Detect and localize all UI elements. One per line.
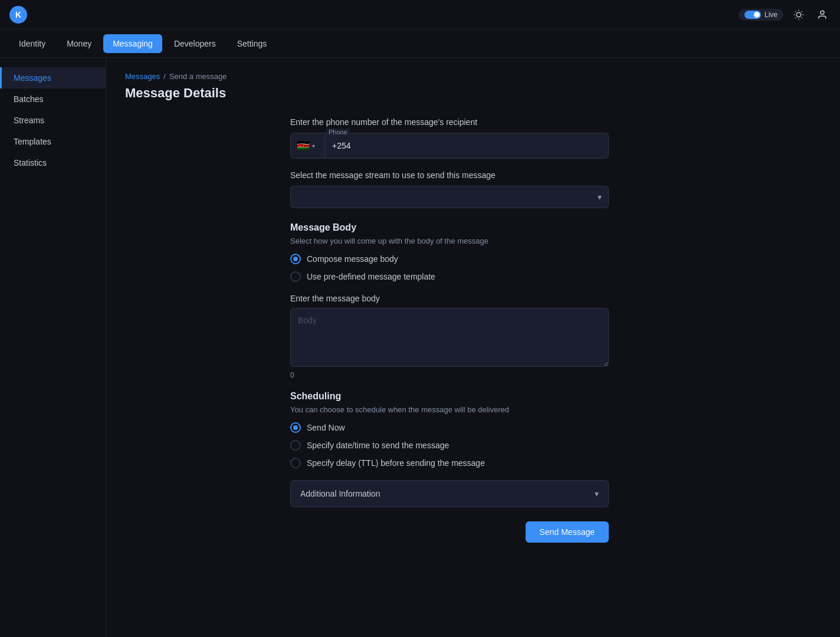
accordion-chevron-icon: ▾ [595, 489, 599, 498]
button-row: Send Message [290, 521, 609, 543]
nav-item-messaging[interactable]: Messaging [103, 34, 162, 53]
svg-point-9 [821, 11, 824, 14]
sidebar: Messages Batches Streams Templates Stati… [0, 58, 106, 637]
nav-item-identity[interactable]: Identity [9, 34, 55, 53]
main-content: Messages / Send a message Message Detail… [106, 58, 840, 637]
template-radio-circle [290, 271, 301, 282]
message-body-radio-group: Compose message body Use pre-defined mes… [290, 254, 609, 282]
breadcrumb: Messages / Send a message [125, 72, 821, 81]
phone-legend: Phone [326, 129, 350, 136]
form-section: Enter the phone number of the message's … [290, 117, 609, 543]
topbar-right: Live [739, 6, 831, 23]
breadcrumb-current: Send a message [169, 72, 227, 81]
send-message-button[interactable]: Send Message [526, 521, 609, 543]
top-nav: Identity Money Messaging Developers Sett… [0, 29, 840, 58]
schedule-datetime-radio-label: Specify date/time to send the message [307, 441, 449, 450]
breadcrumb-separator: / [163, 72, 166, 81]
svg-line-8 [802, 11, 802, 12]
nav-item-developers[interactable]: Developers [165, 34, 225, 53]
sidebar-item-messages[interactable]: Messages [0, 67, 106, 88]
schedule-ttl-radio-item[interactable]: Specify delay (TTL) before sending the m… [290, 458, 609, 468]
send-now-radio-label: Send Now [307, 423, 345, 432]
compose-radio-label: Compose message body [307, 254, 398, 264]
message-body-field-label: Enter the message body [290, 294, 609, 303]
template-radio-item[interactable]: Use pre-defined message template [290, 271, 609, 282]
scheduling-title: Scheduling [290, 391, 609, 402]
phone-input-wrapper: Phone 🇰🇪 ▾ [290, 133, 609, 159]
sidebar-item-streams[interactable]: Streams [0, 110, 106, 131]
send-now-radio-item[interactable]: Send Now [290, 422, 609, 433]
layout: Messages Batches Streams Templates Stati… [0, 58, 840, 637]
flag-chevron-icon: ▾ [312, 143, 315, 149]
phone-field-label: Enter the phone number of the message's … [290, 117, 609, 127]
sidebar-item-templates[interactable]: Templates [0, 131, 106, 152]
phone-input[interactable] [325, 133, 608, 158]
live-toggle[interactable]: Live [739, 9, 783, 21]
svg-line-7 [795, 17, 796, 18]
svg-point-0 [796, 12, 801, 17]
schedule-datetime-radio-item[interactable]: Specify date/time to send the message [290, 440, 609, 451]
additional-info-accordion-header[interactable]: Additional Information ▾ [291, 481, 608, 507]
stream-field-label: Select the message stream to use to send… [290, 170, 609, 180]
scheduling-radio-group: Send Now Specify date/time to send the m… [290, 422, 609, 468]
message-body-title: Message Body [290, 222, 609, 233]
message-body-textarea[interactable] [290, 308, 609, 367]
additional-info-accordion: Additional Information ▾ [290, 480, 609, 507]
char-count: 0 [290, 371, 609, 379]
flag-selector[interactable]: 🇰🇪 ▾ [291, 133, 325, 158]
user-avatar-icon[interactable] [814, 6, 831, 23]
sidebar-item-statistics[interactable]: Statistics [0, 152, 106, 173]
message-body-subtitle: Select how you will come up with the bod… [290, 237, 609, 245]
template-radio-label: Use pre-defined message template [307, 272, 435, 281]
schedule-datetime-radio-circle [290, 440, 301, 451]
topbar-left: K [9, 6, 27, 24]
page-title: Message Details [125, 86, 821, 101]
app-logo: K [9, 6, 27, 24]
stream-select[interactable] [290, 186, 609, 208]
nav-item-money[interactable]: Money [57, 34, 101, 53]
additional-info-title: Additional Information [300, 489, 380, 498]
sidebar-item-batches[interactable]: Batches [0, 88, 106, 110]
live-label: Live [764, 11, 777, 19]
theme-toggle-icon[interactable] [790, 6, 807, 23]
scheduling-subtitle: You can choose to schedule when the mess… [290, 405, 609, 414]
toggle-knob [744, 11, 761, 19]
stream-select-wrapper: ▾ [290, 186, 609, 208]
nav-item-settings[interactable]: Settings [228, 34, 277, 53]
svg-line-3 [795, 11, 796, 12]
compose-radio-item[interactable]: Compose message body [290, 254, 609, 264]
schedule-ttl-radio-circle [290, 458, 301, 468]
topbar: K Live [0, 0, 840, 29]
send-now-radio-circle [290, 422, 301, 433]
schedule-ttl-radio-label: Specify delay (TTL) before sending the m… [307, 458, 485, 468]
compose-radio-circle [290, 254, 301, 264]
breadcrumb-parent[interactable]: Messages [125, 72, 160, 81]
flag-icon: 🇰🇪 [297, 139, 310, 152]
svg-line-4 [802, 17, 802, 18]
